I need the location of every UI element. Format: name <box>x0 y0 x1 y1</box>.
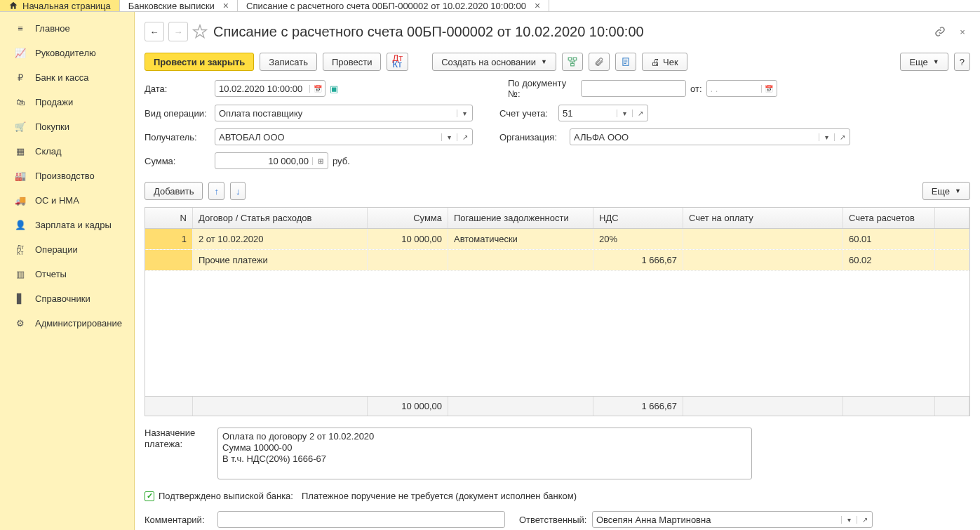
open-icon[interactable]: ↗ <box>857 516 872 524</box>
sidebar: ≡Главное 📈Руководителю ₽Банк и касса 🛍Пр… <box>0 12 135 530</box>
dtkt-button[interactable]: ДтКт <box>387 53 408 71</box>
chevron-down-icon[interactable]: ▾ <box>457 110 472 117</box>
dtkt-icon: ДтКт <box>392 55 403 68</box>
sidebar-item-hr[interactable]: 👤Зарплата и кадры <box>0 213 134 237</box>
related-docs-button[interactable] <box>562 53 583 71</box>
calculator-icon[interactable]: ⊞ <box>312 157 328 165</box>
check-button[interactable]: 🖨Чек <box>642 53 687 71</box>
print-button[interactable] <box>615 53 636 71</box>
tab-current-document[interactable]: Списание с расчетного счета 00БП-000002 … <box>238 0 549 11</box>
favorite-icon[interactable] <box>192 24 208 39</box>
chevron-down-icon[interactable]: ▾ <box>819 133 834 141</box>
move-down-button[interactable]: ↓ <box>230 182 246 200</box>
confirm-checkbox[interactable]: ✓ <box>145 491 154 501</box>
sidebar-label: Главное <box>35 23 70 34</box>
factory-icon: 🏭 <box>14 170 27 183</box>
from-value: . . <box>707 84 761 94</box>
document-icon <box>621 57 631 67</box>
save-button[interactable]: Записать <box>260 53 317 71</box>
btn-label: Еще <box>932 186 950 197</box>
chevron-down-icon[interactable]: ▾ <box>617 110 632 117</box>
sidebar-item-purchases[interactable]: 🛒Покупки <box>0 114 134 139</box>
open-icon[interactable]: ↗ <box>457 133 472 141</box>
tabstrip: Начальная страница Банковские выписки × … <box>0 0 980 12</box>
docnum-input[interactable] <box>581 80 686 97</box>
chevron-down-icon[interactable]: ▾ <box>441 133 457 141</box>
back-button[interactable]: ← <box>145 22 164 41</box>
sidebar-item-reports[interactable]: ▥Отчеты <box>0 262 134 286</box>
responsible-value: Овсепян Анна Мартиновна <box>593 515 841 525</box>
sidebar-item-admin[interactable]: ⚙Администрирование <box>0 311 134 336</box>
tab-bank-statements[interactable]: Банковские выписки × <box>120 0 238 11</box>
sidebar-item-warehouse[interactable]: ▦Склад <box>0 139 134 164</box>
confirm-text: Платежное поручение не требуется (докуме… <box>302 491 577 501</box>
org-input[interactable]: АЛЬФА ООО▾↗ <box>570 128 850 145</box>
sidebar-item-sales[interactable]: 🛍Продажи <box>0 90 134 114</box>
cell-vat: 20% <box>593 229 683 249</box>
open-icon[interactable]: ↗ <box>632 110 647 117</box>
sidebar-item-assets[interactable]: 🚚ОС и НМА <box>0 188 134 213</box>
sidebar-item-bank[interactable]: ₽Банк и касса <box>0 65 134 90</box>
calendar-icon[interactable]: 📅 <box>309 85 325 93</box>
chevron-down-icon: ▼ <box>955 187 961 194</box>
btn-label: Записать <box>269 57 308 67</box>
payee-input[interactable]: АВТОБАЛ ООО▾↗ <box>215 128 473 145</box>
confirm-label: Подтверждено выпиской банка: <box>159 491 293 501</box>
payee-label: Получатель: <box>145 132 215 143</box>
col-vat[interactable]: НДС <box>593 208 683 228</box>
add-row-button[interactable]: Добавить <box>145 182 203 200</box>
close-icon[interactable]: × <box>955 24 970 39</box>
responsible-input[interactable]: Овсепян Анна Мартиновна▾↗ <box>592 511 873 528</box>
account-input[interactable]: 51▾↗ <box>558 105 648 121</box>
col-n[interactable]: N <box>145 208 193 228</box>
footer-vat: 1 666,67 <box>593 397 683 416</box>
calendar-icon[interactable]: 📅 <box>761 85 777 93</box>
cell-n <box>145 250 193 270</box>
sum-input[interactable]: 10 000,00⊞ <box>215 152 328 169</box>
create-based-button[interactable]: Создать на основании▼ <box>432 53 556 71</box>
purpose-textarea[interactable] <box>217 428 752 479</box>
date-input[interactable]: 10.02.2020 10:00:00📅 <box>215 80 325 97</box>
comment-input[interactable] <box>217 511 505 528</box>
table-row[interactable]: 1 2 от 10.02.2020 10 000,00 Автоматическ… <box>145 229 969 250</box>
cell-invoice <box>683 229 843 249</box>
optype-input[interactable]: Оплата поставщику▾ <box>215 105 473 121</box>
more-button[interactable]: Еще▼ <box>900 53 948 71</box>
cell-vat-value: 1 666,67 <box>593 250 683 270</box>
sidebar-item-operations[interactable]: ДтКтОперации <box>0 237 134 262</box>
post-and-close-button[interactable]: Провести и закрыть <box>145 53 254 71</box>
link-icon[interactable] <box>932 24 948 39</box>
sidebar-label: Операции <box>35 244 78 255</box>
col-repayment[interactable]: Погашение задолженности <box>448 208 593 228</box>
col-contract[interactable]: Договор / Статья расходов <box>193 208 368 228</box>
col-sum[interactable]: Сумма <box>368 208 448 228</box>
close-icon[interactable]: × <box>535 0 540 11</box>
sidebar-item-catalogs[interactable]: ▋Справочники <box>0 286 134 311</box>
btn-label: Еще <box>909 57 927 67</box>
move-up-button[interactable]: ↑ <box>208 182 224 200</box>
table-row[interactable]: Прочие платежи 1 666,67 60.02 <box>145 250 969 271</box>
svg-rect-0 <box>568 58 572 60</box>
attach-button[interactable] <box>589 53 610 71</box>
person-icon: 👤 <box>14 219 27 232</box>
tab-home[interactable]: Начальная страница <box>0 0 120 11</box>
sidebar-label: Администрирование <box>35 318 122 329</box>
open-icon[interactable]: ↗ <box>834 133 850 141</box>
chevron-down-icon[interactable]: ▾ <box>841 516 857 524</box>
date-label: Дата: <box>145 84 215 94</box>
currency-label: руб. <box>333 156 350 166</box>
from-date-input[interactable]: . . 📅 <box>706 80 777 97</box>
sidebar-item-manager[interactable]: 📈Руководителю <box>0 41 134 65</box>
col-invoice[interactable]: Счет на оплату <box>683 208 843 228</box>
table-more-button[interactable]: Еще▼ <box>922 182 970 200</box>
help-button[interactable]: ? <box>954 53 970 71</box>
dtkt-icon: ДтКт <box>14 244 27 256</box>
purpose-label: Назначение платежа: <box>145 428 215 479</box>
post-button[interactable]: Провести <box>323 53 382 71</box>
forward-button[interactable]: → <box>168 22 188 41</box>
sidebar-item-main[interactable]: ≡Главное <box>0 16 134 41</box>
close-icon[interactable]: × <box>223 0 229 11</box>
col-accounts[interactable]: Счета расчетов <box>843 208 935 228</box>
payee-value: АВТОБАЛ ООО <box>215 132 441 143</box>
sidebar-item-production[interactable]: 🏭Производство <box>0 164 134 188</box>
